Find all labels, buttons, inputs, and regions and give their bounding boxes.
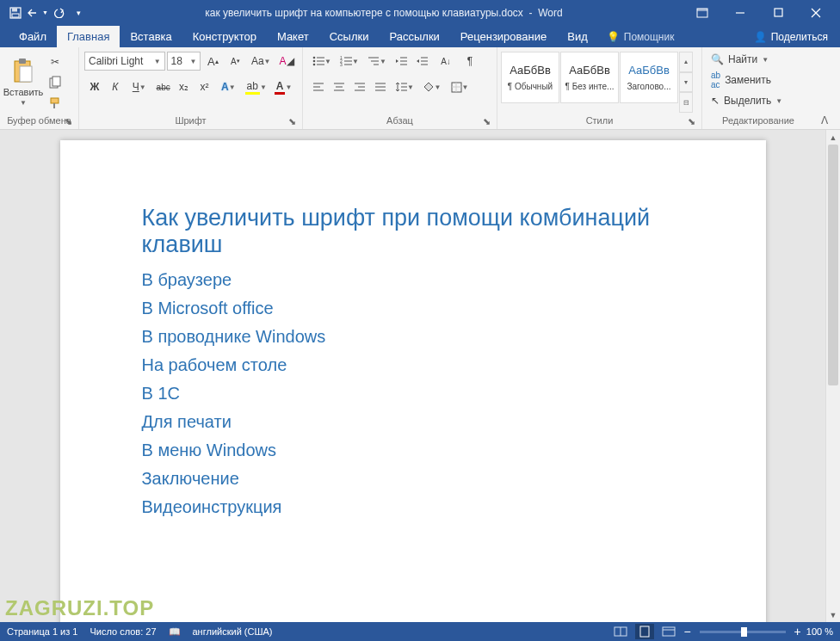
tab-view[interactable]: Вид — [557, 26, 598, 47]
copy-icon[interactable] — [46, 73, 65, 92]
align-left-icon[interactable] — [308, 77, 329, 96]
ribbon-display-icon[interactable] — [683, 0, 721, 25]
content-item[interactable]: Для печати — [142, 412, 684, 432]
text-effects-icon[interactable]: A▼ — [214, 77, 242, 96]
italic-button[interactable]: К — [105, 77, 126, 96]
group-styles: АаБбВв¶ Обычный АаБбВв¶ Без инте... АаБб… — [497, 47, 702, 129]
zoom-in-icon[interactable]: + — [794, 625, 801, 638]
content-item[interactable]: Заключение — [142, 469, 684, 489]
font-size-selector[interactable]: 18▼ — [167, 52, 201, 71]
tab-layout[interactable]: Макет — [267, 26, 319, 47]
scroll-track[interactable] — [826, 145, 840, 607]
zoom-out-icon[interactable]: − — [683, 625, 690, 638]
read-mode-icon[interactable] — [611, 624, 630, 639]
content-item[interactable]: На рабочем столе — [142, 355, 684, 375]
vertical-scrollbar[interactable]: ▲ ▼ — [825, 130, 840, 622]
content-item[interactable]: Видеоинструкция — [142, 497, 684, 517]
scroll-down-icon[interactable]: ▼ — [826, 607, 840, 622]
language-indicator[interactable]: английский (США) — [193, 626, 273, 637]
tab-references[interactable]: Ссылки — [319, 26, 380, 47]
dialog-launcher-icon[interactable]: ⬊ — [63, 116, 73, 126]
content-item[interactable]: В 1С — [142, 384, 684, 404]
zoom-slider-knob[interactable] — [741, 627, 747, 637]
customize-qat-icon[interactable]: ▾ — [72, 3, 84, 23]
close-icon[interactable] — [797, 0, 835, 25]
font-color-icon[interactable]: A▼ — [269, 77, 297, 96]
zoom-slider[interactable] — [700, 631, 786, 633]
scroll-thumb[interactable] — [828, 145, 838, 385]
tell-me[interactable]: 💡Помощник — [598, 27, 683, 47]
dialog-launcher-icon[interactable]: ⬊ — [287, 116, 297, 126]
decrease-indent-icon[interactable] — [391, 52, 411, 71]
zoom-value[interactable]: 100 % — [806, 626, 833, 637]
increase-indent-icon[interactable] — [411, 52, 432, 71]
find-button[interactable]: 🔍Найти▼ — [707, 52, 786, 67]
group-paragraph: ▼ 123▼ ▼ A↓ ¶ ▼ ▼ ▼ Абзац⬊ — [303, 47, 497, 129]
align-center-icon[interactable] — [329, 77, 349, 96]
multilevel-list-icon[interactable]: ▼ — [363, 52, 391, 71]
bullets-icon[interactable]: ▼ — [308, 52, 336, 71]
grow-font-icon[interactable]: A▴ — [202, 52, 223, 71]
tab-mailings[interactable]: Рассылки — [379, 26, 449, 47]
subscript-button[interactable]: x₂ — [174, 77, 195, 96]
show-marks-icon[interactable]: ¶ — [460, 52, 480, 71]
superscript-button[interactable]: x² — [195, 77, 215, 96]
svg-text:3: 3 — [340, 62, 343, 66]
dialog-launcher-icon[interactable]: ⬊ — [686, 116, 696, 126]
document-viewport[interactable]: Как увеличить шрифт при помощи комбинаци… — [0, 130, 825, 622]
dialog-launcher-icon[interactable]: ⬊ — [481, 116, 491, 126]
minimize-icon[interactable] — [721, 0, 759, 25]
document-heading[interactable]: Как увеличить шрифт при помощи комбинаци… — [142, 205, 684, 258]
print-layout-icon[interactable] — [635, 624, 654, 639]
select-button[interactable]: ↖Выделить▼ — [707, 93, 786, 108]
paste-button[interactable]: Вставить ▼ — [3, 49, 43, 115]
borders-icon[interactable]: ▼ — [446, 77, 473, 96]
content-item[interactable]: В меню Windows — [142, 441, 684, 460]
content-item[interactable]: В проводнике Windows — [142, 327, 684, 347]
tab-home[interactable]: Главная — [57, 26, 120, 47]
justify-icon[interactable] — [370, 77, 391, 96]
line-spacing-icon[interactable]: ▼ — [391, 77, 418, 96]
tab-file[interactable]: Файл — [9, 26, 57, 47]
share-button[interactable]: 👤Поделиться — [742, 27, 840, 47]
font-name-selector[interactable]: Calibri Light▼ — [84, 52, 165, 71]
content-item[interactable]: В браузере — [142, 270, 684, 290]
change-case-icon[interactable]: Aa▼ — [247, 52, 275, 71]
group-clipboard: Вставить ▼ ✂ Буфер обмена⬊ — [0, 47, 79, 129]
styles-scroll[interactable]: ▴▾⊟ — [679, 52, 693, 113]
spellcheck-icon[interactable]: 📖 — [169, 626, 181, 638]
svg-rect-14 — [51, 98, 59, 103]
web-layout-icon[interactable] — [659, 624, 678, 639]
style-normal[interactable]: АаБбВв¶ Обычный — [501, 52, 559, 103]
tab-design[interactable]: Конструктор — [182, 26, 267, 47]
styles-gallery: АаБбВв¶ Обычный АаБбВв¶ Без инте... АаБб… — [501, 52, 693, 113]
svg-rect-10 — [19, 59, 26, 64]
highlight-icon[interactable]: ab▼ — [242, 77, 269, 96]
sort-icon[interactable]: A↓ — [432, 52, 460, 71]
page-indicator[interactable]: Страница 1 из 1 — [7, 626, 77, 637]
shading-icon[interactable]: ▼ — [418, 77, 446, 96]
word-count[interactable]: Число слов: 27 — [90, 626, 156, 637]
tab-insert[interactable]: Вставка — [120, 26, 182, 47]
shrink-font-icon[interactable]: A▾ — [225, 52, 245, 71]
collapse-ribbon-icon[interactable]: ᐱ — [814, 47, 835, 129]
replace-button[interactable]: abacЗаменить — [707, 69, 786, 91]
numbering-icon[interactable]: 123▼ — [336, 52, 363, 71]
save-icon[interactable] — [5, 3, 26, 23]
strikethrough-button[interactable]: abc — [153, 77, 174, 96]
scroll-up-icon[interactable]: ▲ — [826, 130, 840, 145]
redo-icon[interactable] — [50, 3, 71, 23]
document-area: Как увеличить шрифт при помощи комбинаци… — [0, 130, 840, 622]
tab-review[interactable]: Рецензирование — [450, 26, 557, 47]
format-painter-icon[interactable] — [46, 94, 65, 113]
underline-button[interactable]: Ч▼ — [126, 77, 153, 96]
content-item[interactable]: В Microsoft office — [142, 299, 684, 318]
bold-button[interactable]: Ж — [84, 77, 105, 96]
align-right-icon[interactable] — [349, 77, 370, 96]
style-heading1[interactable]: АаБбВвЗаголово... — [620, 52, 678, 103]
cut-icon[interactable]: ✂ — [46, 52, 65, 71]
clear-formatting-icon[interactable]: A◢ — [276, 52, 297, 71]
maximize-icon[interactable] — [759, 0, 797, 25]
style-no-spacing[interactable]: АаБбВв¶ Без инте... — [560, 52, 619, 103]
undo-icon[interactable]: ▼ — [28, 3, 48, 23]
